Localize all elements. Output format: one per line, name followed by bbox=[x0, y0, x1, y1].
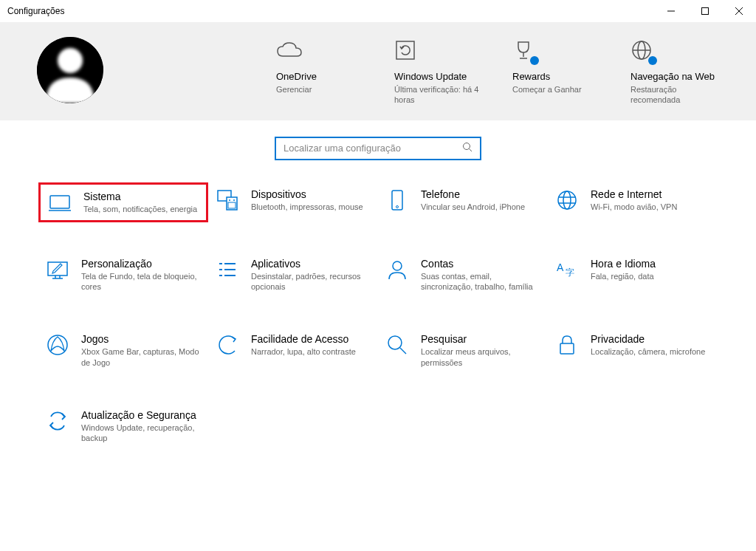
category-time-language[interactable]: A字 Hora e Idioma Fala, região, data bbox=[548, 252, 718, 298]
ease-of-access-icon bbox=[216, 333, 239, 357]
banner-cards: OneDrive Gerenciar Windows Update Última… bbox=[276, 37, 719, 106]
category-title: Jogos bbox=[81, 333, 201, 345]
category-title: Contas bbox=[421, 258, 540, 270]
notification-dot-icon bbox=[648, 56, 657, 65]
category-title: Aplicativos bbox=[251, 258, 371, 270]
network-icon bbox=[555, 188, 579, 212]
svg-rect-19 bbox=[392, 191, 402, 210]
devices-icon bbox=[216, 188, 239, 212]
category-sub: Desinstalar, padrões, recursos opcionais bbox=[251, 271, 371, 292]
phone-icon bbox=[385, 188, 409, 212]
svg-text:字: 字 bbox=[566, 267, 574, 278]
category-sub: Xbox Game Bar, capturas, Modo de Jogo bbox=[81, 346, 201, 368]
svg-rect-6 bbox=[396, 41, 414, 59]
banner-card-title: Windows Update bbox=[394, 71, 467, 82]
notification-dot-icon bbox=[530, 56, 539, 65]
category-sub: Tela, som, notificações, energia bbox=[83, 204, 199, 214]
rewards-card[interactable]: Rewards Começar a Ganhar bbox=[512, 37, 601, 106]
category-sub: Vincular seu Android, iPhone bbox=[421, 202, 540, 212]
category-title: Sistema bbox=[83, 191, 199, 202]
category-sub: Narrador, lupa, alto contraste bbox=[251, 346, 371, 357]
svg-rect-1 bbox=[702, 8, 709, 15]
maximize-button[interactable] bbox=[688, 0, 722, 22]
apps-icon bbox=[216, 258, 239, 281]
close-button[interactable] bbox=[722, 0, 756, 22]
category-title: Telefone bbox=[421, 188, 540, 200]
svg-point-17 bbox=[233, 199, 235, 201]
category-privacy[interactable]: Privacidade Localização, câmera, microfo… bbox=[548, 327, 718, 374]
svg-rect-12 bbox=[50, 196, 69, 208]
minimize-button[interactable] bbox=[654, 0, 688, 22]
category-apps[interactable]: Aplicativos Desinstalar, padrões, recurs… bbox=[208, 252, 378, 298]
search-container bbox=[0, 120, 756, 182]
search-icon bbox=[462, 142, 472, 155]
category-phone[interactable]: Telefone Vincular seu Android, iPhone bbox=[378, 182, 548, 222]
accounts-icon bbox=[385, 258, 409, 281]
svg-point-21 bbox=[558, 191, 576, 209]
svg-point-10 bbox=[464, 143, 470, 149]
time-language-icon: A字 bbox=[555, 258, 579, 281]
svg-point-35 bbox=[393, 261, 402, 270]
update-icon bbox=[394, 37, 416, 64]
globe-icon bbox=[630, 37, 653, 64]
banner-card-title: Rewards bbox=[512, 71, 550, 82]
category-ease-of-access[interactable]: Facilidade de Acesso Narrador, lupa, alt… bbox=[208, 327, 378, 374]
category-title: Facilidade de Acesso bbox=[251, 333, 371, 345]
category-title: Hora e Idioma bbox=[591, 258, 710, 270]
category-personalization[interactable]: Personalização Tela de Fundo, tela de bl… bbox=[38, 252, 208, 298]
user-avatar[interactable] bbox=[37, 37, 103, 103]
banner-card-sub: Gerenciar bbox=[276, 84, 312, 95]
onedrive-card[interactable]: OneDrive Gerenciar bbox=[276, 37, 365, 106]
banner-card-title: OneDrive bbox=[276, 71, 317, 82]
category-accounts[interactable]: Contas Suas contas, email, sincronização… bbox=[378, 252, 548, 298]
category-system[interactable]: Sistema Tela, som, notificações, energia bbox=[38, 182, 208, 222]
category-sub: Suas contas, email, sincronização, traba… bbox=[421, 271, 540, 292]
category-sub: Wi-Fi, modo avião, VPN bbox=[591, 202, 710, 212]
system-icon bbox=[48, 191, 72, 214]
windows-update-card[interactable]: Windows Update Última verificação: há 4 … bbox=[394, 37, 483, 106]
category-sub: Bluetooth, impressoras, mouse bbox=[251, 202, 371, 212]
svg-rect-25 bbox=[48, 262, 67, 276]
web-browsing-card[interactable]: Navegação na Web Restauração recomendada bbox=[630, 37, 719, 106]
category-gaming[interactable]: Jogos Xbox Game Bar, capturas, Modo de J… bbox=[38, 327, 208, 374]
rewards-icon bbox=[512, 37, 535, 64]
personalization-icon bbox=[46, 258, 69, 281]
category-sub: Localização, câmera, microfone bbox=[591, 346, 710, 357]
category-sub: Fala, região, data bbox=[591, 271, 710, 281]
category-sub: Localizar meus arquivos, permissões bbox=[421, 346, 540, 368]
category-title: Pesquisar bbox=[421, 333, 540, 345]
category-title: Atualização e Segurança bbox=[81, 409, 201, 421]
privacy-icon bbox=[555, 333, 579, 357]
titlebar: Configurações bbox=[0, 0, 756, 22]
titlebar-controls bbox=[654, 0, 756, 22]
category-sub: Windows Update, recuperação, backup bbox=[81, 422, 201, 444]
search-box[interactable] bbox=[275, 137, 481, 160]
svg-rect-41 bbox=[560, 343, 574, 354]
banner-card-title: Navegação na Web bbox=[630, 71, 715, 82]
banner-card-sub: Restauração recomendada bbox=[630, 84, 719, 106]
categories-grid: Sistema Tela, som, notificações, energia… bbox=[0, 182, 756, 450]
svg-point-20 bbox=[396, 205, 399, 208]
account-banner: OneDrive Gerenciar Windows Update Última… bbox=[0, 22, 756, 120]
svg-point-5 bbox=[58, 48, 83, 73]
svg-point-39 bbox=[388, 336, 402, 349]
cloud-icon bbox=[276, 37, 303, 64]
svg-line-11 bbox=[470, 148, 472, 151]
category-search[interactable]: Pesquisar Localizar meus arquivos, permi… bbox=[378, 327, 548, 374]
category-update-security[interactable]: Atualização e Segurança Windows Update, … bbox=[38, 403, 208, 450]
search-category-icon bbox=[385, 333, 409, 357]
category-title: Rede e Internet bbox=[591, 188, 710, 200]
banner-card-sub: Começar a Ganhar bbox=[512, 84, 582, 95]
category-devices[interactable]: Dispositivos Bluetooth, impressoras, mou… bbox=[208, 182, 378, 222]
update-security-icon bbox=[46, 409, 69, 433]
banner-card-sub: Última verificação: há 4 horas bbox=[394, 84, 483, 106]
svg-point-16 bbox=[229, 199, 230, 201]
category-title: Personalização bbox=[81, 258, 201, 270]
category-sub: Tela de Fundo, tela de bloqueio, cores bbox=[81, 271, 201, 292]
svg-text:A: A bbox=[557, 261, 564, 273]
category-network[interactable]: Rede e Internet Wi-Fi, modo avião, VPN bbox=[548, 182, 718, 222]
svg-line-40 bbox=[400, 348, 406, 354]
window-title: Configurações bbox=[7, 6, 64, 16]
category-title: Privacidade bbox=[591, 333, 710, 345]
search-input[interactable] bbox=[284, 143, 462, 154]
